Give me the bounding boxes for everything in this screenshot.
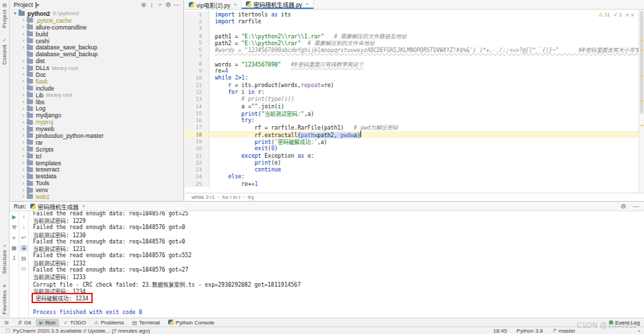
- chevron-right-icon[interactable]: ›: [21, 24, 26, 30]
- toolwindow-button-python-console[interactable]: Python Console: [165, 319, 218, 326]
- chevron-expanded-icon[interactable]: ▾: [12, 10, 18, 16]
- tree-item[interactable]: ›ceshi: [10, 38, 183, 45]
- tree-item[interactable]: ›myproj: [10, 119, 183, 126]
- tree-item[interactable]: ›dist: [10, 58, 183, 64]
- code-line[interactable]: 17 rf = rarfile.RarFile(path1) # pwd为解压密…: [185, 124, 639, 131]
- code-line[interactable]: 10while 2>1:: [185, 75, 639, 82]
- close-icon[interactable]: ×: [82, 203, 85, 209]
- stop-icon[interactable]: ■: [10, 235, 18, 241]
- chevron-right-icon[interactable]: ›: [21, 38, 26, 44]
- inspections-widget[interactable]: ⚠ 11 ✓ 1 ∧ ∨: [599, 12, 634, 18]
- tree-item[interactable]: ›mydjango: [10, 112, 183, 119]
- tree-item[interactable]: ›allure-commandline: [10, 24, 183, 31]
- code-area[interactable]: 1import itertools as its2import rarfile3…: [185, 10, 644, 193]
- chevron-right-icon[interactable]: ›: [21, 187, 26, 193]
- code-line[interactable]: 6#words = "1234567890abcdefghijklmnopqrs…: [185, 46, 639, 53]
- chevron-right-icon[interactable]: ›: [21, 31, 26, 37]
- code-line[interactable]: 4path1 = "E:\\python2\\rar\\1.rar" # 需要解…: [185, 32, 639, 39]
- restore-layout-icon[interactable]: ▦: [10, 245, 18, 252]
- stripe-button-commit[interactable]: ✓Commit: [1, 38, 8, 64]
- code-line[interactable]: 23 continue: [185, 167, 639, 174]
- toolwindow-button-terminal[interactable]: ▤Terminal: [129, 319, 163, 326]
- tree-item[interactable]: ›myweb: [10, 126, 183, 132]
- tree-item[interactable]: database_send_backup: [10, 51, 183, 58]
- tree-item[interactable]: ›Liblibrary root: [10, 92, 183, 99]
- chevron-right-icon[interactable]: ›: [21, 132, 26, 139]
- tree-item[interactable]: ›DLLslibrary root: [10, 64, 183, 71]
- prev-occurrence-icon[interactable]: ↑: [20, 214, 27, 221]
- chevron-right-icon[interactable]: ›: [21, 160, 26, 166]
- run-tab[interactable]: 密码随机生成器 ×: [30, 202, 85, 211]
- toolwindow-button-git[interactable]: ⇵Git: [14, 319, 35, 326]
- status-message[interactable]: PyCharm 2020.3.5 available // Update... …: [13, 328, 150, 334]
- toolwindow-button-problems[interactable]: ⚠Problems: [91, 319, 128, 326]
- chevron-right-icon[interactable]: ›: [21, 153, 26, 159]
- code-line[interactable]: 22 print(e): [185, 159, 639, 166]
- tree-item[interactable]: ›database_save_backup: [10, 44, 183, 51]
- tree-root-item[interactable]: ▾python2E:\python2: [10, 10, 183, 17]
- code-line[interactable]: 15 print("当前测试密码:",a): [185, 110, 639, 117]
- tree-item[interactable]: ›Tools: [10, 180, 183, 187]
- event-log-button[interactable]: Event Log: [609, 320, 640, 326]
- chevron-right-icon[interactable]: ›: [21, 146, 26, 152]
- clear-all-icon[interactable]: ▭: [20, 265, 27, 272]
- minimize-icon[interactable]: —: [172, 1, 181, 8]
- code-line[interactable]: 5path2 = "E:\\python2\\rar" # 需要解压到的文件夹地…: [185, 39, 639, 46]
- code-line[interactable]: 20 exit(0): [185, 145, 639, 152]
- code-line[interactable]: 19 print('密码破解成功:',a): [185, 138, 639, 145]
- tool-window-switcher-icon[interactable]: ⊞: [4, 320, 9, 326]
- stripe-button-favorites[interactable]: ★Favorites: [1, 283, 8, 315]
- code-line[interactable]: 3: [185, 25, 639, 32]
- tree-item[interactable]: ›templates: [10, 160, 183, 167]
- tree-item[interactable]: ›include: [10, 85, 183, 92]
- tree-item[interactable]: ›Log: [10, 105, 183, 112]
- breadcrumb-item[interactable]: while 2>1: [192, 194, 215, 200]
- breadcrumb-item[interactable]: try: [248, 194, 254, 200]
- tree-item[interactable]: ›.pytest_cache: [10, 17, 183, 24]
- code-line[interactable]: 2import rarfile: [185, 18, 639, 25]
- tree-item[interactable]: ›libs: [10, 99, 183, 106]
- tree-item[interactable]: ›testdata: [10, 173, 183, 180]
- stripe-button-project[interactable]: ▤Project: [1, 3, 8, 28]
- print-icon[interactable]: ▤: [20, 255, 27, 262]
- chevron-right-icon[interactable]: ›: [21, 99, 26, 105]
- breadcrumb-item[interactable]: for i in r: [222, 194, 241, 200]
- tree-item[interactable]: ›Scripts: [10, 146, 183, 153]
- code-line[interactable]: 24 else:: [185, 174, 639, 180]
- tree-item[interactable]: ›tesseract: [10, 166, 183, 173]
- stripe-button-structure[interactable]: ≡Structure: [1, 243, 8, 274]
- collapse-icon[interactable]: ÷: [156, 1, 164, 8]
- editor-tab[interactable]: 密码随机生成器.py×: [242, 0, 314, 9]
- chevron-right-icon[interactable]: ›: [21, 112, 26, 119]
- tree-item[interactable]: ›venv: [10, 187, 183, 193]
- chevron-down-icon[interactable]: ▾: [36, 2, 39, 8]
- close-icon[interactable]: ×: [234, 1, 238, 8]
- rerun-icon[interactable]: ▶: [10, 214, 18, 221]
- chevron-right-icon[interactable]: ›: [21, 167, 26, 173]
- tree-item[interactable]: ›rar: [10, 139, 183, 146]
- code-line[interactable]: 25 re+=1: [185, 180, 639, 187]
- chevron-right-icon[interactable]: ›: [21, 126, 26, 132]
- chevron-right-icon[interactable]: ›: [21, 17, 26, 23]
- chevron-right-icon[interactable]: ›: [21, 65, 26, 71]
- pin-icon[interactable]: ↧: [10, 255, 18, 262]
- tree-item[interactable]: ›pinduoduo_python-master: [10, 132, 183, 139]
- chevron-right-icon[interactable]: ›: [21, 45, 26, 51]
- code-line[interactable]: 18 rf.extractall(path=path2, pwd=a): [185, 131, 639, 138]
- chevron-right-icon[interactable]: ›: [21, 174, 26, 180]
- code-line[interactable]: 13 # print(type(i)): [185, 96, 639, 103]
- chevron-right-icon[interactable]: ›: [21, 106, 26, 112]
- wrench-icon[interactable]: ⚒: [10, 224, 18, 231]
- code-line[interactable]: 8words = "1234567890" ##密码里面只有纯数字用这个: [185, 60, 639, 67]
- scrollbar-thumb[interactable]: [640, 11, 643, 114]
- chevron-right-icon[interactable]: ›: [21, 85, 26, 91]
- tree-item[interactable]: ›flask: [10, 78, 183, 85]
- expand-icon[interactable]: ↨: [148, 1, 156, 8]
- interpreter-selector[interactable]: Python 3.8: [516, 328, 542, 334]
- locate-icon[interactable]: ⊗: [139, 1, 148, 8]
- close-icon[interactable]: ×: [306, 1, 309, 7]
- chevron-right-icon[interactable]: ›: [21, 71, 26, 77]
- scroll-to-end-icon[interactable]: ⇊: [20, 245, 27, 252]
- git-branch-selector[interactable]: ↱ master: [553, 328, 575, 334]
- editor-tab[interactable]: vip电影(2).py×: [185, 0, 242, 9]
